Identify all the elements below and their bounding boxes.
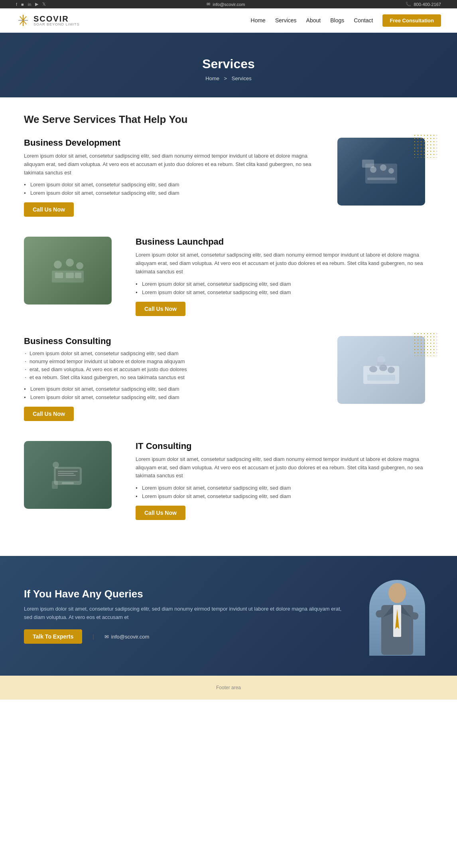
- service-image-business-launchpad: [24, 237, 120, 304]
- service-content-business-launchpad: Business Launchpad Lorem ipsum dolor sit…: [136, 237, 433, 316]
- top-bar-email: ✉ info@scovir.com: [207, 2, 245, 7]
- list-item: Lorem ipsum dolor sit amet, consetetur s…: [24, 190, 321, 196]
- twitter-icon[interactable]: 𝕏: [42, 2, 46, 7]
- top-bar-phone: 📞 800-400-2167: [406, 2, 441, 7]
- cta-email-text[interactable]: info@scovir.com: [111, 634, 150, 640]
- service-content-it-consulting: IT Consulting Lorem ipsum dolor sit amet…: [136, 441, 433, 520]
- svg-rect-35: [52, 481, 58, 489]
- svg-rect-20: [75, 273, 81, 278]
- call-us-button-business-consulting[interactable]: Call Us Now: [24, 407, 74, 421]
- svg-rect-30: [62, 482, 74, 484]
- consulting-list-item: nonumy eirmod tempor invidunt ut labore …: [24, 358, 321, 364]
- youtube-icon[interactable]: ▶: [35, 2, 38, 7]
- svg-rect-25: [367, 375, 395, 381]
- svg-point-16: [76, 262, 83, 269]
- service-content-business-consulting: Business Consulting Lorem ipsum dolor si…: [24, 336, 321, 421]
- talk-to-experts-button[interactable]: Talk To Experts: [24, 629, 82, 644]
- service-list-it-consulting: Lorem ipsum dolor sit amet, consetetur s…: [136, 485, 433, 499]
- service-image-business-development: [337, 138, 433, 206]
- breadcrumb-separator: >: [224, 75, 228, 81]
- service-list-business-consulting: Lorem ipsum dolor sit amet, consetetur s…: [24, 386, 321, 400]
- header: SCOVIR SOAR BEYOND LIMITS Home Services …: [0, 8, 457, 33]
- nav-blogs[interactable]: Blogs: [330, 17, 344, 24]
- main-content: We Serve Services That Help You Business…: [0, 97, 457, 556]
- consulting-list-item: erat, sed diam voluptua. At vero eos et …: [24, 366, 321, 372]
- nav-contact[interactable]: Contact: [354, 17, 373, 24]
- social-links[interactable]: f ■ in ▶ 𝕏: [16, 2, 46, 7]
- cta-email-icon: ✉: [104, 634, 109, 640]
- dots-decoration: [413, 332, 437, 356]
- svg-point-11: [388, 168, 394, 174]
- breadcrumb: Home > Services: [16, 75, 441, 81]
- email-icon: ✉: [207, 2, 210, 7]
- top-bar: f ■ in ▶ 𝕏 ✉ info@scovir.com 📞 800-400-2…: [0, 0, 457, 8]
- call-us-button-business-development[interactable]: Call Us Now: [24, 202, 74, 217]
- linkedin-icon[interactable]: in: [28, 2, 32, 7]
- cta-separator: |: [93, 633, 94, 640]
- list-item: Lorem ipsum dolor sit amet, consetetur s…: [136, 485, 433, 491]
- service-list-business-launchpad: Lorem ipsum dolor sit amet, consetetur s…: [136, 281, 433, 295]
- service-block-business-development: Business Development Lorem ipsum dolor s…: [24, 138, 433, 217]
- nav-services[interactable]: Services: [275, 17, 297, 24]
- list-item: Lorem ipsum dolor sit amet, consetetur s…: [24, 394, 321, 400]
- service-block-it-consulting: IT Consulting Lorem ipsum dolor sit amet…: [24, 441, 433, 520]
- service-content-business-development: Business Development Lorem ipsum dolor s…: [24, 138, 321, 217]
- cta-person-image: [361, 576, 433, 656]
- service-image-business-consulting: [337, 336, 433, 404]
- service-list-business-development: Lorem ipsum dolor sit amet, consetetur s…: [24, 182, 321, 196]
- cta-actions: Talk To Experts | ✉ info@scovir.com: [24, 629, 345, 644]
- service-desc-business-launchpad: Lorem ipsum dolor sit amet, consetetur s…: [136, 251, 433, 276]
- hero-title: Services: [16, 57, 441, 71]
- main-nav: Home Services About Blogs Contact Free C…: [251, 14, 441, 27]
- cta-email-info: ✉ info@scovir.com: [104, 634, 150, 640]
- cta-section: If You Have Any Queries Lorem ipsum dolo…: [0, 556, 457, 676]
- svg-point-22: [369, 366, 377, 372]
- logo[interactable]: SCOVIR SOAR BEYOND LIMITS: [16, 13, 80, 28]
- svg-rect-31: [58, 471, 78, 472]
- list-item: Lorem ipsum dolor sit amet, consetetur s…: [136, 281, 433, 287]
- svg-rect-27: [377, 362, 385, 367]
- service-image-placeholder-meeting: [337, 138, 425, 206]
- cta-desc: Lorem ipsum dolor sit amet, consetetur s…: [24, 605, 345, 622]
- svg-point-36: [388, 583, 406, 603]
- cta-content: If You Have Any Queries Lorem ipsum dolo…: [24, 588, 345, 644]
- service-desc-it-consulting: Lorem ipsum dolor sit amet, consetetur s…: [136, 455, 433, 480]
- list-item: Lorem ipsum dolor sit amet, consetetur s…: [24, 182, 321, 188]
- service-desc-business-development: Lorem ipsum dolor sit amet, consetetur s…: [24, 152, 321, 177]
- list-item: Lorem ipsum dolor sit amet, consetetur s…: [24, 386, 321, 392]
- svg-rect-13: [362, 160, 374, 168]
- call-us-button-business-launchpad[interactable]: Call Us Now: [136, 302, 185, 316]
- svg-point-10: [380, 164, 386, 171]
- svg-point-34: [53, 462, 59, 468]
- breadcrumb-home[interactable]: Home: [205, 75, 219, 81]
- svg-point-24: [388, 367, 395, 373]
- service-block-business-launchpad: Business Launchpad Lorem ipsum dolor sit…: [24, 237, 433, 316]
- list-item: Lorem ipsum dolor sit amet, consetetur s…: [136, 493, 433, 499]
- svg-rect-18: [55, 273, 63, 278]
- section-intro-title: We Serve Services That Help You: [24, 113, 433, 126]
- breadcrumb-current: Services: [232, 75, 252, 81]
- top-email-text: info@scovir.com: [213, 2, 245, 7]
- svg-point-14: [54, 261, 62, 269]
- consulting-bullet-list: Lorem ipsum dolor sit amet, consetetur s…: [24, 350, 321, 380]
- footer-preview-text: Footer area: [216, 685, 241, 690]
- person-silhouette: [369, 580, 425, 656]
- service-title-business-development: Business Development: [24, 138, 321, 148]
- nav-about[interactable]: About: [306, 17, 321, 24]
- service-title-business-consulting: Business Consulting: [24, 336, 321, 346]
- logo-tagline: SOAR BEYOND LIMITS: [33, 23, 80, 26]
- footer-preview: Footer area: [0, 676, 457, 700]
- svg-rect-12: [367, 178, 395, 180]
- free-consultation-button[interactable]: Free Consultation: [382, 14, 441, 27]
- service-image-placeholder-team: [24, 237, 112, 304]
- instagram-icon[interactable]: ■: [21, 2, 24, 7]
- service-block-business-consulting: Business Consulting Lorem ipsum dolor si…: [24, 336, 433, 421]
- call-us-button-it-consulting[interactable]: Call Us Now: [136, 506, 185, 520]
- facebook-icon[interactable]: f: [16, 2, 17, 7]
- logo-icon: [16, 13, 30, 28]
- svg-rect-19: [66, 273, 74, 278]
- svg-rect-32: [58, 473, 74, 474]
- svg-point-15: [66, 259, 74, 267]
- nav-home[interactable]: Home: [251, 17, 266, 24]
- service-image-placeholder-it: [24, 441, 112, 509]
